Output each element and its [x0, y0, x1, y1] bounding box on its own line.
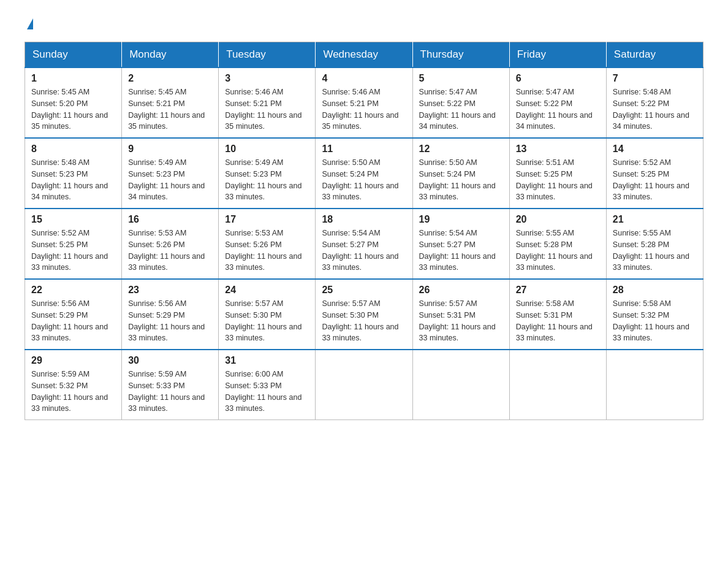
daylight-label: Daylight: 11 hours and 33 minutes.	[613, 252, 689, 272]
sunrise-label: Sunrise: 5:52 AM	[31, 229, 89, 237]
calendar-cell: 14 Sunrise: 5:52 AM Sunset: 5:25 PM Dayl…	[606, 138, 703, 209]
daylight-label: Daylight: 11 hours and 33 minutes.	[322, 323, 398, 343]
week-row: 22 Sunrise: 5:56 AM Sunset: 5:29 PM Dayl…	[25, 279, 703, 350]
daylight-label: Daylight: 11 hours and 33 minutes.	[613, 323, 689, 343]
calendar-cell: 26 Sunrise: 5:57 AM Sunset: 5:31 PM Dayl…	[412, 279, 509, 350]
calendar-header-row: SundayMondayTuesdayWednesdayThursdayFrid…	[25, 42, 703, 68]
sunset-label: Sunset: 5:32 PM	[31, 381, 88, 390]
sunset-label: Sunset: 5:25 PM	[516, 170, 572, 178]
day-info: Sunrise: 5:53 AM Sunset: 5:26 PM Dayligh…	[225, 228, 309, 274]
day-info: Sunrise: 5:55 AM Sunset: 5:28 PM Dayligh…	[613, 228, 697, 274]
calendar-cell: 1 Sunrise: 5:45 AM Sunset: 5:20 PM Dayli…	[25, 67, 122, 138]
day-info: Sunrise: 5:56 AM Sunset: 5:29 PM Dayligh…	[128, 298, 212, 344]
day-number: 14	[613, 144, 697, 155]
sunrise-label: Sunrise: 5:53 AM	[225, 229, 283, 237]
sunset-label: Sunset: 5:28 PM	[613, 240, 669, 249]
day-number: 29	[31, 355, 115, 366]
sunrise-label: Sunrise: 5:53 AM	[128, 229, 186, 237]
sunrise-label: Sunrise: 5:46 AM	[322, 88, 380, 96]
calendar-cell: 25 Sunrise: 5:57 AM Sunset: 5:30 PM Dayl…	[316, 279, 412, 350]
calendar-cell: 29 Sunrise: 5:59 AM Sunset: 5:32 PM Dayl…	[25, 350, 122, 420]
daylight-label: Daylight: 11 hours and 33 minutes.	[516, 323, 593, 343]
sunset-label: Sunset: 5:21 PM	[225, 99, 281, 108]
sunrise-label: Sunrise: 5:56 AM	[128, 299, 186, 308]
daylight-label: Daylight: 11 hours and 33 minutes.	[225, 182, 301, 202]
sunset-label: Sunset: 5:28 PM	[516, 240, 572, 249]
sunset-label: Sunset: 5:22 PM	[613, 99, 669, 108]
sunset-label: Sunset: 5:29 PM	[31, 311, 88, 320]
page-header	[25, 18, 703, 29]
daylight-label: Daylight: 11 hours and 33 minutes.	[516, 182, 593, 202]
sunrise-label: Sunrise: 5:50 AM	[419, 158, 477, 167]
day-of-week-header: Tuesday	[219, 42, 316, 68]
day-info: Sunrise: 5:50 AM Sunset: 5:24 PM Dayligh…	[322, 157, 406, 203]
day-number: 1	[31, 73, 115, 84]
day-info: Sunrise: 5:49 AM Sunset: 5:23 PM Dayligh…	[225, 157, 309, 203]
sunrise-label: Sunrise: 5:48 AM	[613, 88, 671, 96]
daylight-label: Daylight: 11 hours and 33 minutes.	[225, 323, 301, 343]
sunrise-label: Sunrise: 5:57 AM	[322, 299, 380, 308]
day-number: 30	[128, 355, 212, 366]
day-info: Sunrise: 5:48 AM Sunset: 5:23 PM Dayligh…	[31, 157, 115, 203]
daylight-label: Daylight: 11 hours and 35 minutes.	[225, 111, 301, 131]
sunset-label: Sunset: 5:29 PM	[128, 311, 184, 320]
sunset-label: Sunset: 5:23 PM	[128, 170, 184, 178]
sunrise-label: Sunrise: 5:57 AM	[419, 299, 477, 308]
day-info: Sunrise: 5:58 AM Sunset: 5:32 PM Dayligh…	[613, 298, 697, 344]
daylight-label: Daylight: 11 hours and 35 minutes.	[322, 111, 398, 131]
day-of-week-header: Monday	[122, 42, 219, 68]
day-number: 17	[225, 214, 309, 225]
sunset-label: Sunset: 5:25 PM	[31, 240, 88, 249]
day-number: 21	[613, 214, 697, 225]
day-of-week-header: Sunday	[25, 42, 122, 68]
calendar-cell: 7 Sunrise: 5:48 AM Sunset: 5:22 PM Dayli…	[606, 67, 703, 138]
day-info: Sunrise: 5:45 AM Sunset: 5:21 PM Dayligh…	[128, 86, 212, 132]
sunset-label: Sunset: 5:20 PM	[31, 99, 88, 108]
sunrise-label: Sunrise: 5:51 AM	[516, 158, 574, 167]
week-row: 29 Sunrise: 5:59 AM Sunset: 5:32 PM Dayl…	[25, 350, 703, 420]
calendar-cell: 2 Sunrise: 5:45 AM Sunset: 5:21 PM Dayli…	[122, 67, 219, 138]
daylight-label: Daylight: 11 hours and 33 minutes.	[419, 323, 496, 343]
week-row: 15 Sunrise: 5:52 AM Sunset: 5:25 PM Dayl…	[25, 209, 703, 279]
sunrise-label: Sunrise: 5:47 AM	[419, 88, 477, 96]
daylight-label: Daylight: 11 hours and 33 minutes.	[31, 323, 108, 343]
calendar-cell: 21 Sunrise: 5:55 AM Sunset: 5:28 PM Dayl…	[606, 209, 703, 279]
daylight-label: Daylight: 11 hours and 33 minutes.	[31, 393, 108, 413]
sunset-label: Sunset: 5:26 PM	[225, 240, 281, 249]
day-info: Sunrise: 5:47 AM Sunset: 5:22 PM Dayligh…	[419, 86, 503, 132]
daylight-label: Daylight: 11 hours and 33 minutes.	[419, 182, 496, 202]
daylight-label: Daylight: 11 hours and 34 minutes.	[128, 182, 205, 202]
day-info: Sunrise: 5:52 AM Sunset: 5:25 PM Dayligh…	[613, 157, 697, 203]
calendar-cell	[606, 350, 703, 420]
day-number: 8	[31, 144, 115, 155]
calendar-cell: 31 Sunrise: 6:00 AM Sunset: 5:33 PM Dayl…	[219, 350, 316, 420]
sunrise-label: Sunrise: 5:49 AM	[225, 158, 283, 167]
sunrise-label: Sunrise: 5:58 AM	[613, 299, 671, 308]
day-number: 2	[128, 73, 212, 84]
sunset-label: Sunset: 5:23 PM	[225, 170, 281, 178]
sunrise-label: Sunrise: 5:46 AM	[225, 88, 283, 96]
sunset-label: Sunset: 5:32 PM	[613, 311, 669, 320]
sunset-label: Sunset: 5:33 PM	[225, 381, 281, 390]
sunset-label: Sunset: 5:30 PM	[322, 311, 378, 320]
sunrise-label: Sunrise: 5:49 AM	[128, 158, 186, 167]
sunset-label: Sunset: 5:24 PM	[322, 170, 378, 178]
daylight-label: Daylight: 11 hours and 33 minutes.	[225, 393, 301, 413]
sunset-label: Sunset: 5:24 PM	[419, 170, 476, 178]
calendar-cell: 15 Sunrise: 5:52 AM Sunset: 5:25 PM Dayl…	[25, 209, 122, 279]
calendar-cell: 3 Sunrise: 5:46 AM Sunset: 5:21 PM Dayli…	[219, 67, 316, 138]
day-number: 22	[31, 285, 115, 296]
calendar-cell: 24 Sunrise: 5:57 AM Sunset: 5:30 PM Dayl…	[219, 279, 316, 350]
calendar-cell: 12 Sunrise: 5:50 AM Sunset: 5:24 PM Dayl…	[412, 138, 509, 209]
calendar-cell: 22 Sunrise: 5:56 AM Sunset: 5:29 PM Dayl…	[25, 279, 122, 350]
calendar-cell	[509, 350, 606, 420]
daylight-label: Daylight: 11 hours and 34 minutes.	[419, 111, 496, 131]
calendar-cell: 8 Sunrise: 5:48 AM Sunset: 5:23 PM Dayli…	[25, 138, 122, 209]
sunrise-label: Sunrise: 5:48 AM	[31, 158, 89, 167]
day-number: 10	[225, 144, 309, 155]
calendar-cell: 4 Sunrise: 5:46 AM Sunset: 5:21 PM Dayli…	[316, 67, 412, 138]
week-row: 1 Sunrise: 5:45 AM Sunset: 5:20 PM Dayli…	[25, 67, 703, 138]
day-number: 24	[225, 285, 309, 296]
day-info: Sunrise: 6:00 AM Sunset: 5:33 PM Dayligh…	[225, 369, 309, 415]
day-number: 27	[516, 285, 600, 296]
